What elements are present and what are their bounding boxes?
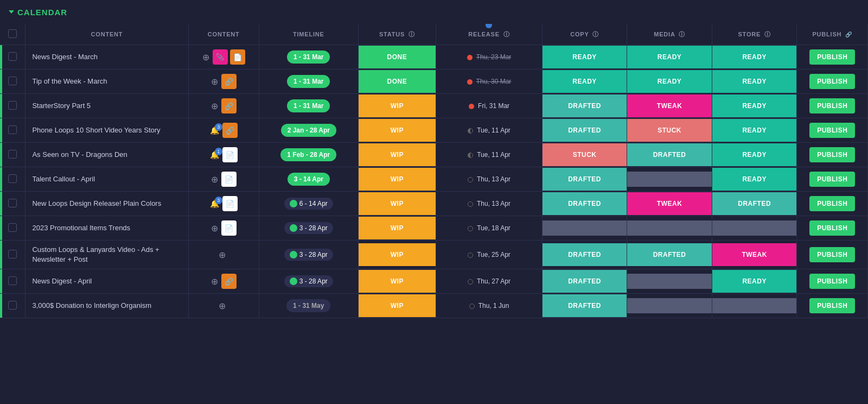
- publish-button[interactable]: PUBLISH: [809, 74, 855, 89]
- publish-button[interactable]: PUBLISH: [809, 274, 855, 289]
- store-cell: READY: [712, 167, 797, 192]
- add-icon[interactable]: ⊕: [202, 52, 209, 62]
- media-cell: [627, 216, 712, 241]
- copy-info-icon[interactable]: ⓘ: [592, 31, 599, 37]
- media-info-icon[interactable]: ⓘ: [679, 31, 685, 37]
- orange-clip-icon: 🔗: [221, 274, 237, 289]
- publish-button[interactable]: PUBLISH: [809, 247, 855, 262]
- icon-area: 📎📄: [213, 49, 245, 65]
- copy-badge: DRAFTED: [542, 294, 627, 317]
- app-title[interactable]: CALENDAR: [9, 8, 67, 17]
- content-name-cell: News Digest - April: [25, 269, 188, 294]
- dot-empty-icon: [468, 177, 473, 182]
- status-cell: WIP: [358, 143, 436, 167]
- status-cell: WIP: [358, 167, 436, 192]
- add-icon[interactable]: ⊕: [211, 276, 218, 287]
- row-checkbox-cell: [0, 118, 25, 143]
- row-checkbox[interactable]: [8, 150, 17, 159]
- dot-half-icon: [468, 153, 473, 158]
- publish-button[interactable]: PUBLISH: [809, 49, 855, 65]
- icons-cell: ⊕ 📄: [188, 216, 259, 241]
- icons-container: ⊕: [193, 250, 254, 260]
- row-checkbox[interactable]: [8, 301, 17, 310]
- th-content-type: CONTENT: [188, 24, 259, 45]
- publish-cell: PUBLISH: [797, 118, 868, 143]
- green-bar: [0, 216, 2, 240]
- header-checkbox[interactable]: [8, 29, 17, 38]
- row-checkbox[interactable]: [8, 250, 17, 258]
- status-cell: WIP: [358, 216, 436, 241]
- icons-cell: ⊕ 📄: [188, 167, 259, 192]
- store-cell: READY: [712, 94, 797, 118]
- copy-badge: DRAFTED: [542, 168, 627, 191]
- copy-cell: READY: [542, 45, 627, 70]
- row-checkbox-cell: [0, 94, 25, 118]
- row-checkbox[interactable]: [8, 52, 17, 61]
- row-checkbox-cell: [0, 45, 25, 70]
- publish-button[interactable]: PUBLISH: [809, 298, 855, 313]
- copy-badge: DRAFTED: [542, 243, 627, 266]
- publish-button[interactable]: PUBLISH: [809, 98, 855, 113]
- row-checkbox[interactable]: [8, 276, 17, 285]
- add-icon[interactable]: ⊕: [219, 250, 226, 260]
- dot-empty-icon: [469, 304, 475, 309]
- chevron-down-icon[interactable]: [9, 10, 14, 14]
- media-badge: DRAFTED: [627, 143, 712, 166]
- timeline-cell: 3 - 28 Apr: [259, 216, 358, 241]
- media-badge: STUCK: [627, 119, 712, 142]
- add-icon[interactable]: ⊕: [219, 301, 226, 311]
- publish-button[interactable]: PUBLISH: [809, 196, 855, 211]
- dot-empty-icon: [468, 201, 473, 207]
- status-badge: WIP: [359, 143, 436, 166]
- row-checkbox[interactable]: [8, 199, 17, 207]
- orange-clip-icon: 🔗: [221, 74, 237, 89]
- row-checkbox[interactable]: [8, 77, 17, 85]
- store-badge: TWEAK: [712, 243, 797, 266]
- publish-button[interactable]: PUBLISH: [809, 172, 855, 187]
- add-icon[interactable]: ⊕: [211, 174, 218, 185]
- content-name: Custom Loops & Lanyards Video - Ads + Ne…: [32, 245, 159, 263]
- add-icon[interactable]: ⊕: [211, 77, 218, 87]
- store-cell: DRAFTED: [712, 192, 797, 216]
- timeline-cell: 3 - 28 Apr: [259, 241, 358, 269]
- copy-cell: DRAFTED: [542, 294, 627, 318]
- row-checkbox[interactable]: [8, 174, 17, 183]
- row-checkbox[interactable]: [8, 101, 17, 110]
- content-name-cell: New Loops Design Release! Plain Colors: [25, 192, 188, 216]
- icons-container: ⊕: [193, 301, 254, 311]
- release-info-icon[interactable]: ⓘ: [503, 31, 510, 37]
- copy-badge: DRAFTED: [542, 192, 627, 215]
- publish-button[interactable]: PUBLISH: [809, 147, 855, 162]
- copy-cell: DRAFTED: [542, 192, 627, 216]
- copy-cell: DRAFTED: [542, 167, 627, 192]
- icons-container: 🔔 3 🔗: [193, 123, 254, 138]
- release-date: Thu, 13 Apr: [477, 200, 510, 207]
- title-text: CALENDAR: [17, 8, 67, 17]
- icons-cell: ⊕ 🔗: [188, 94, 259, 118]
- copy-badge: READY: [542, 70, 627, 93]
- icon-area: 🔗: [221, 98, 237, 113]
- copy-cell: [542, 216, 627, 241]
- table-row: New Loops Design Release! Plain Colors 🔔…: [0, 192, 868, 216]
- row-checkbox[interactable]: [8, 223, 17, 232]
- add-icon[interactable]: ⊕: [211, 101, 218, 111]
- media-badge: DRAFTED: [627, 243, 712, 266]
- row-checkbox-cell: [0, 143, 25, 167]
- store-info-icon[interactable]: ⓘ: [764, 31, 771, 37]
- white-doc-icon: 📄: [221, 220, 237, 236]
- media-cell: DRAFTED: [627, 241, 712, 269]
- status-info-icon[interactable]: ⓘ: [409, 31, 415, 37]
- row-checkbox[interactable]: [8, 125, 17, 134]
- orange-doc-icon: 📄: [230, 49, 245, 65]
- green-bar: [0, 269, 2, 293]
- table-body: News Digest - March ⊕ 📎📄 1 - 31 Mar DONE…: [0, 45, 868, 318]
- th-store: STORE ⓘ: [712, 24, 797, 45]
- media-badge: [627, 172, 712, 187]
- publish-button[interactable]: PUBLISH: [809, 123, 855, 138]
- content-name: News Digest - April: [32, 277, 92, 285]
- table-row: Custom Loops & Lanyards Video - Ads + Ne…: [0, 241, 868, 269]
- add-icon[interactable]: ⊕: [211, 223, 218, 233]
- publish-info-icon[interactable]: 🔗: [845, 31, 852, 37]
- publish-button[interactable]: PUBLISH: [809, 220, 855, 236]
- white-doc-icon: 📄: [222, 196, 238, 211]
